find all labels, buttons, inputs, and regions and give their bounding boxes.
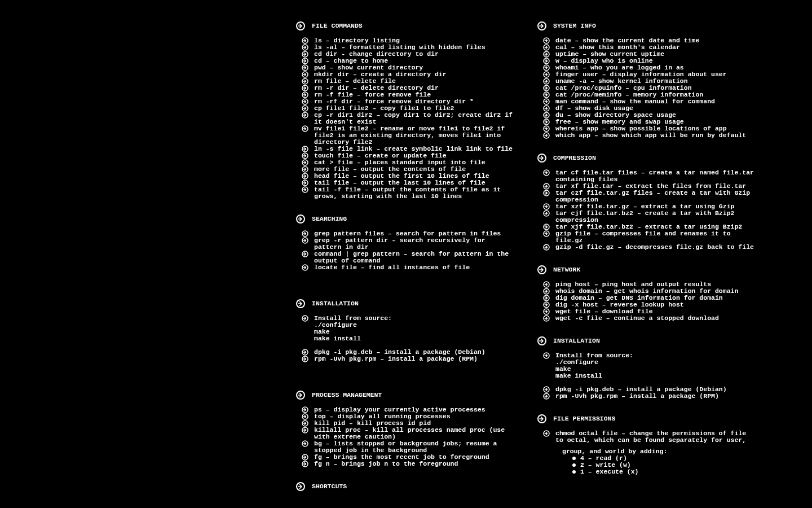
bullet-icon bbox=[543, 44, 550, 51]
bullet-icon bbox=[302, 427, 308, 433]
bullet-icon bbox=[302, 173, 308, 179]
arrow-circle-small-icon bbox=[543, 281, 550, 288]
arrow-circle-icon bbox=[537, 21, 546, 30]
list-item-text: locate file – find all instances of file bbox=[314, 264, 470, 271]
arrow-circle-icon bbox=[296, 21, 305, 30]
list-item: rpm -Uvh pkg.rpm – install a package (RP… bbox=[543, 393, 757, 400]
bullet-icon bbox=[543, 308, 550, 315]
list-item-text: wget -c file – continue a stopped downlo… bbox=[555, 315, 719, 322]
arrow-circle-small-icon bbox=[543, 98, 550, 105]
section-items-searching: grep pattern files – search for pattern … bbox=[302, 230, 516, 271]
list-item: Install from source: ./configure make ma… bbox=[543, 352, 757, 379]
arrow-circle-small-icon bbox=[543, 37, 550, 44]
arrow-circle-small-icon bbox=[302, 78, 308, 85]
bullet-icon bbox=[302, 166, 308, 173]
arrow-circle-small-icon bbox=[543, 119, 550, 125]
arrow-circle-small-icon bbox=[302, 179, 308, 186]
sub-line-text: 1 – execute (x) bbox=[580, 468, 639, 475]
bullet-icon bbox=[302, 420, 308, 427]
bullet-icon bbox=[543, 125, 550, 132]
bullet-icon bbox=[302, 98, 308, 105]
section-icon bbox=[537, 154, 546, 163]
bullet-icon bbox=[543, 119, 550, 125]
arrow-circle-small-icon bbox=[302, 105, 308, 112]
bullet-icon bbox=[302, 315, 308, 322]
column-left: FILE COMMANDSls – directory listingls -a… bbox=[296, 21, 516, 498]
arrow-circle-small-icon bbox=[302, 44, 308, 51]
section-title: SYSTEM INFO bbox=[553, 23, 596, 29]
bullet-icon bbox=[543, 98, 550, 105]
arrow-circle-icon bbox=[537, 154, 546, 163]
section-items-file-commands: ls – directory listingls -al – formatted… bbox=[302, 37, 516, 200]
section-header-file-commands: FILE COMMANDS bbox=[296, 21, 516, 30]
list-item-text: which app – show which app will be run b… bbox=[555, 132, 746, 139]
list-item-text: fg n – brings job n to the foreground bbox=[314, 461, 458, 467]
arrow-circle-small-icon bbox=[543, 295, 550, 301]
bullet-icon bbox=[302, 58, 308, 64]
arrow-circle-small-icon bbox=[302, 71, 308, 78]
arrow-circle-small-icon bbox=[543, 58, 550, 64]
bullet-icon bbox=[543, 183, 550, 190]
list-item: command | grep pattern – search for patt… bbox=[302, 251, 516, 264]
bullet-icon bbox=[543, 112, 550, 119]
arrow-circle-small-icon bbox=[302, 146, 308, 152]
list-item-text: gzip -d file.gz – decompresses file.gz b… bbox=[555, 244, 754, 251]
section-title: FILE COMMANDS bbox=[312, 23, 363, 29]
arrow-circle-small-icon bbox=[543, 169, 550, 176]
arrow-circle-small-icon bbox=[302, 406, 308, 413]
arrow-circle-small-icon bbox=[302, 159, 308, 166]
arrow-circle-small-icon bbox=[543, 64, 550, 71]
list-item-text: tail -f file – output the contents of fi… bbox=[314, 186, 516, 200]
list-item: gzip -d file.gz – decompresses file.gz b… bbox=[543, 244, 757, 251]
bullet-icon bbox=[543, 288, 550, 295]
list-item-text: killall proc – kill all processes named … bbox=[314, 427, 516, 440]
bullet-icon bbox=[302, 413, 308, 420]
dot-icon bbox=[572, 470, 576, 474]
list-item-text: mv file1 file2 – rename or move file1 to… bbox=[314, 125, 516, 146]
section-icon bbox=[537, 336, 546, 345]
list-item-text: bg – lists stopped or background jobs; r… bbox=[314, 440, 516, 454]
section-icon bbox=[537, 21, 546, 30]
section-items-installation-right: Install from source: ./configure make ma… bbox=[543, 352, 757, 400]
section-header-system-info: SYSTEM INFO bbox=[537, 21, 757, 30]
bullet-icon bbox=[543, 85, 550, 91]
section-header-installation-left: INSTALLATION bbox=[296, 299, 516, 308]
arrow-circle-small-icon bbox=[543, 224, 550, 230]
arrow-circle-small-icon bbox=[543, 51, 550, 58]
arrow-circle-small-icon bbox=[543, 132, 550, 139]
bullet-icon bbox=[302, 186, 308, 193]
list-item-text: chmod octal file – change the permission… bbox=[555, 430, 757, 444]
arrow-circle-small-icon bbox=[543, 386, 550, 393]
bullet-icon bbox=[543, 230, 550, 237]
bullet-icon bbox=[543, 71, 550, 78]
arrow-circle-small-icon bbox=[543, 203, 550, 210]
section-items-compression: tar cf file.tar files – create a tar nam… bbox=[543, 169, 757, 251]
section-title: INSTALLATION bbox=[553, 338, 600, 344]
bullet-icon bbox=[302, 37, 308, 44]
section-header-searching: SEARCHING bbox=[296, 214, 516, 224]
arrow-circle-small-icon bbox=[302, 37, 308, 44]
arrow-circle-small-icon bbox=[543, 308, 550, 315]
arrow-circle-small-icon bbox=[302, 420, 308, 427]
permissions-sub: group, and world by adding:4 – read (r)2… bbox=[562, 448, 757, 475]
arrow-circle-small-icon bbox=[543, 91, 550, 98]
list-item: locate file – find all instances of file bbox=[302, 264, 516, 271]
list-item-text: Install from source: ./configure make ma… bbox=[555, 352, 633, 379]
section-header-compression: COMPRESSION bbox=[537, 154, 757, 163]
bullet-icon bbox=[543, 91, 550, 98]
list-item: mv file1 file2 – rename or move file1 to… bbox=[302, 125, 516, 146]
list-item-text: rpm -Uvh pkg.rpm – install a package (RP… bbox=[314, 356, 478, 362]
arrow-circle-small-icon bbox=[543, 105, 550, 112]
arrow-circle-icon bbox=[296, 214, 305, 224]
list-item: tar cjf file.tar.bz2 – create a tar with… bbox=[543, 210, 757, 224]
arrow-circle-small-icon bbox=[543, 352, 550, 359]
arrow-circle-small-icon bbox=[302, 91, 308, 98]
arrow-circle-icon bbox=[537, 414, 546, 423]
arrow-circle-small-icon bbox=[302, 230, 308, 237]
arrow-circle-small-icon bbox=[543, 190, 550, 196]
bullet-icon bbox=[543, 281, 550, 288]
bullet-icon bbox=[543, 352, 550, 359]
arrow-circle-small-icon bbox=[543, 85, 550, 91]
bullet-icon bbox=[543, 64, 550, 71]
arrow-circle-icon bbox=[537, 336, 546, 345]
